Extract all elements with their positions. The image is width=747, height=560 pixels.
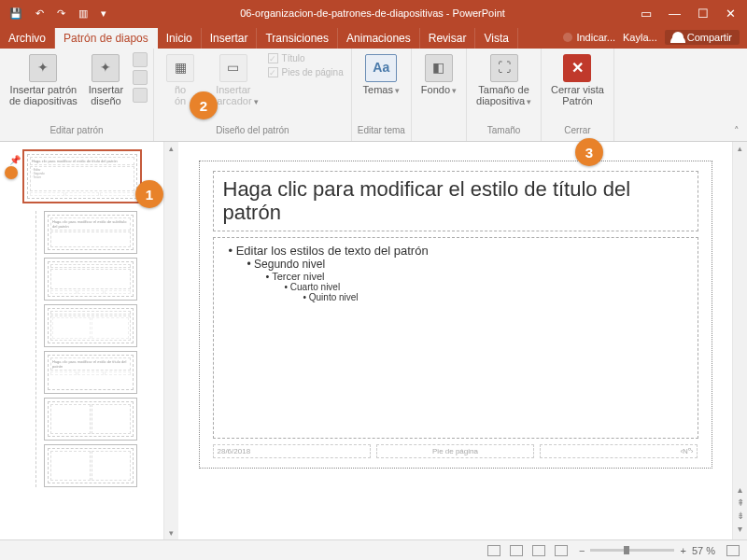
workspace: 📌 Haga clic para modificar el estilo de … [0,142,747,539]
editor-scrollbar[interactable]: ▴ ▴⇞⇟▾ [732,142,747,539]
tab-slide-master[interactable]: Patrón de diapos [55,28,158,49]
placeholder-icon: ▭ [219,54,247,82]
group-master-layout: ▦ ño ón ▭ Insertar marcador ✓Título ✓Pie… [154,49,352,141]
redo-icon[interactable]: ↷ [57,7,65,20]
tab-transitions[interactable]: Transiciones [257,28,338,49]
body-level-4: Cuarto nivel [223,282,688,292]
themes-button[interactable]: Aa Temas [359,52,403,98]
checkbox-footers: ✓Pies de página [266,66,345,78]
status-bar: − + 57 % [0,539,747,560]
zoom-control[interactable]: − + 57 % [579,545,740,556]
background-icon: ◧ [425,54,453,82]
group-label: Diseño del patrón [216,123,289,137]
group-label [438,123,441,137]
undo-icon[interactable]: ↶ [35,7,44,20]
ribbon-options-icon[interactable]: ▭ [641,7,652,21]
thumbnail-scrollbar[interactable]: ▴▾ [163,142,178,539]
callout-1: 1 [135,180,163,208]
insert-slide-master-button[interactable]: ✦ Insertar patrón de diapositivas [6,52,81,108]
close-master-view-button[interactable]: ✕ Cerrar vista Patrón [547,52,608,108]
callout-marker [5,166,18,179]
tab-view[interactable]: Vista [475,28,517,49]
body-level-2: Segundo nivel [223,258,688,271]
title-bar: 💾 ↶ ↷ ▥ ▾ 06-organizacion-de-patrones-de… [0,0,747,26]
slideshow-view-icon[interactable] [555,545,568,556]
insert-layout-button[interactable]: ✦ Insertar diseño [85,52,127,108]
tab-home[interactable]: Inicio [158,28,202,49]
collapse-ribbon-icon[interactable]: ˄ [726,121,747,141]
group-size: ⛶ Tamaño de diapositiva Tamaño [467,49,542,141]
scroll-nav-icons[interactable]: ▴⇞⇟▾ [733,483,747,536]
group-label: Editar patrón [49,123,103,137]
layout-icon: ✦ [92,54,120,82]
group-background: ◧ Fondo [412,49,467,141]
layout-thumbnail[interactable]: Haga clic para modificar el estilo de su… [44,211,137,254]
zoom-in-icon[interactable]: + [680,545,685,556]
slide-size-icon: ⛶ [490,54,518,82]
layout-thumbnail[interactable] [44,398,137,441]
slide-master-icon: ✦ [29,54,57,82]
start-slideshow-icon[interactable]: ▥ [78,7,88,20]
share-button[interactable]: Compartir [665,30,740,45]
rename-button[interactable] [133,70,148,85]
background-button[interactable]: ◧ Fondo [417,52,460,98]
slide-number-placeholder[interactable]: ‹Nº› [540,444,698,458]
group-label: Tamaño [487,123,521,137]
lightbulb-icon [563,33,572,42]
slide-editor: Haga clic para modificar el estilo de tí… [178,142,747,539]
zoom-percent[interactable]: 57 % [692,545,715,556]
group-edit-theme: Aa Temas Editar tema [352,49,412,141]
ribbon-tabs: Archivo Patrón de diapos Inicio Insertar… [0,26,747,49]
body-level-1: Editar los estilos de texto del patrón [223,244,688,258]
themes-icon: Aa [365,54,397,82]
layout-thumbnail[interactable] [44,258,137,301]
zoom-out-icon[interactable]: − [579,545,585,556]
group-edit-master: ✦ Insertar patrón de diapositivas ✦ Inse… [0,49,154,141]
master-thumbnail[interactable]: Haga clic para modificar el estilo de tí… [22,149,142,203]
tell-me-search[interactable]: Indicar... [563,32,615,43]
checkbox-title: ✓Título [266,52,345,64]
footer-placeholder[interactable]: Pie de página [376,444,534,458]
qat-dropdown-icon[interactable]: ▾ [101,7,106,20]
zoom-slider[interactable] [590,549,674,552]
slide-canvas[interactable]: Haga clic para modificar el estilo de tí… [199,161,712,469]
master-layout-icon: ▦ [166,54,194,82]
body-placeholder[interactable]: Editar los estilos de texto del patrón S… [213,237,698,439]
layout-thumbnail[interactable]: Haga clic para modificar el estilo de tí… [44,351,137,394]
callout-2: 2 [190,91,218,119]
slide-size-button[interactable]: ⛶ Tamaño de diapositiva [472,52,535,109]
tab-review[interactable]: Revisar [420,28,476,49]
close-window-icon[interactable]: ✕ [726,7,736,21]
preserve-pin-icon: 📌 [9,149,19,165]
maximize-icon[interactable]: ☐ [698,7,709,21]
group-label: Cerrar [564,123,590,137]
group-label: Editar tema [358,123,405,137]
tab-animations[interactable]: Animaciones [338,28,420,49]
fit-to-window-icon[interactable] [726,545,740,556]
sorter-view-icon[interactable] [510,545,523,556]
close-icon: ✕ [563,54,591,82]
minimize-icon[interactable]: ― [669,7,681,21]
save-icon[interactable]: 💾 [9,7,22,20]
tab-file[interactable]: Archivo [0,28,55,49]
person-icon [672,32,684,43]
body-level-3: Tercer nivel [223,271,688,282]
window-title: 06-organizacion-de-patrones-de-diapositi… [116,7,629,19]
title-placeholder[interactable]: Haga clic para modificar el estilo de tí… [213,171,698,231]
body-level-5: Quinto nivel [223,292,688,302]
ribbon: ✦ Insertar patrón de diapositivas ✦ Inse… [0,49,747,142]
layout-thumbnail[interactable] [44,304,137,347]
preserve-button[interactable] [133,88,148,103]
delete-button[interactable] [133,52,148,67]
normal-view-icon[interactable] [487,545,500,556]
layout-thumbnail[interactable] [44,444,137,487]
date-placeholder[interactable]: 28/6/2018 [213,444,371,458]
callout-3: 3 [575,138,603,166]
group-close: ✕ Cerrar vista Patrón Cerrar [542,49,614,141]
reading-view-icon[interactable] [532,545,545,556]
tab-insert[interactable]: Insertar [202,28,258,49]
user-name[interactable]: Kayla... [623,32,657,43]
